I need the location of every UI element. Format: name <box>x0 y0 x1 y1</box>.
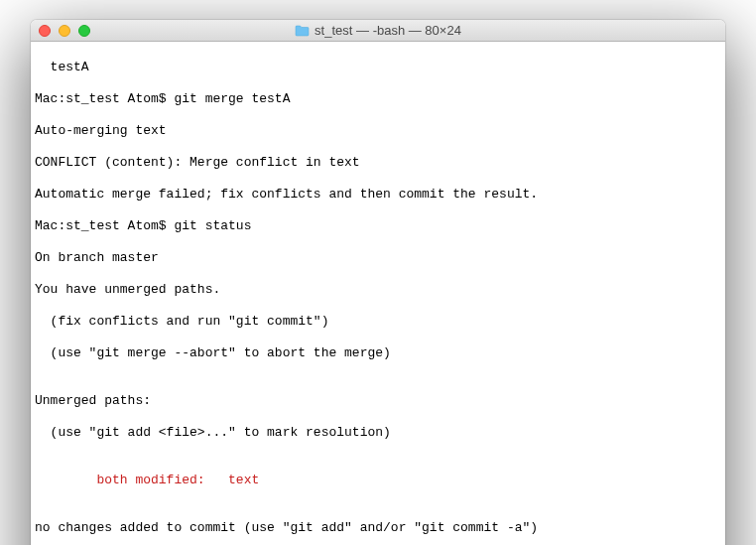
terminal-window: st_test — -bash — 80×24 testA Mac:st_tes… <box>31 20 725 545</box>
terminal-line: Auto-merging text <box>35 123 721 139</box>
close-button[interactable] <box>39 25 51 37</box>
folder-icon <box>295 25 310 37</box>
minimize-button[interactable] <box>59 25 70 37</box>
terminal-line: (fix conflicts and run "git commit") <box>35 314 721 330</box>
terminal-body[interactable]: testA Mac:st_test Atom$ git merge testA … <box>31 42 725 545</box>
maximize-button[interactable] <box>78 25 90 37</box>
terminal-line: Automatic merge failed; fix conflicts an… <box>35 187 721 203</box>
title-content: st_test — -bash — 80×24 <box>295 23 461 38</box>
terminal-line: Mac:st_test Atom$ git status <box>35 218 721 234</box>
terminal-line: no changes added to commit (use "git add… <box>35 520 721 536</box>
window-title: st_test — -bash — 80×24 <box>315 23 461 38</box>
terminal-line: Unmerged paths: <box>35 393 721 409</box>
terminal-line: CONFLICT (content): Merge conflict in te… <box>35 155 721 171</box>
traffic-lights <box>31 25 90 37</box>
terminal-line: testA <box>35 60 721 75</box>
terminal-line: On branch master <box>35 250 721 266</box>
terminal-line: (use "git add <file>..." to mark resolut… <box>35 425 721 441</box>
terminal-line: Mac:st_test Atom$ git merge testA <box>35 91 721 107</box>
terminal-line-conflict: both modified: text <box>35 473 721 488</box>
terminal-line: You have unmerged paths. <box>35 282 721 298</box>
terminal-line: (use "git merge --abort" to abort the me… <box>35 345 721 361</box>
titlebar: st_test — -bash — 80×24 <box>31 20 725 42</box>
